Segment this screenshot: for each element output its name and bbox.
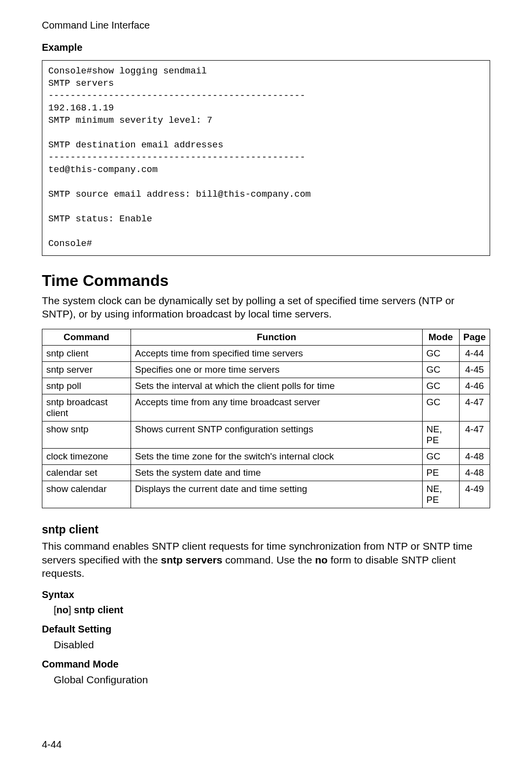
cell-page: 4-48 <box>459 448 490 464</box>
cell-command: sntp poll <box>42 378 131 394</box>
code-example-box: Console#show logging sendmail SMTP serve… <box>42 60 490 256</box>
cell-command: sntp client <box>42 345 131 361</box>
command-mode-value: Global Configuration <box>54 674 490 686</box>
cell-function: Displays the current date and time setti… <box>131 481 423 508</box>
cell-function: Shows current SNTP configuration setting… <box>131 421 423 448</box>
table-row: sntp broadcast clientAccepts time from a… <box>42 394 490 421</box>
table-row: sntp pollSets the interval at which the … <box>42 378 490 394</box>
cell-command: show calendar <box>42 481 131 508</box>
section-intro-para: The system clock can be dynamically set … <box>42 294 490 321</box>
default-setting-value: Disabled <box>54 639 490 651</box>
cell-mode: GC <box>422 394 459 421</box>
cell-mode: GC <box>422 361 459 378</box>
command-table: Command Function Mode Page sntp clientAc… <box>42 329 490 508</box>
table-row: clock timezoneSets the time zone for the… <box>42 448 490 464</box>
subsection-heading-sntp-client: sntp client <box>42 523 490 536</box>
cell-command: sntp broadcast client <box>42 394 131 421</box>
command-mode-label: Command Mode <box>42 659 490 670</box>
cell-function: Accepts time from any time broadcast ser… <box>131 394 423 421</box>
cell-command: calendar set <box>42 464 131 481</box>
cell-function: Accepts time from specified time servers <box>131 345 423 361</box>
cell-mode: GC <box>422 448 459 464</box>
cell-function: Sets the interval at which the client po… <box>131 378 423 394</box>
table-row: show sntpShows current SNTP configuratio… <box>42 421 490 448</box>
th-mode: Mode <box>422 329 459 345</box>
cell-page: 4-45 <box>459 361 490 378</box>
cell-page: 4-44 <box>459 345 490 361</box>
default-setting-label: Default Setting <box>42 624 490 635</box>
th-page: Page <box>459 329 490 345</box>
para-bold-sntp-servers: sntp servers <box>161 554 223 565</box>
syntax-line: [no] sntp client <box>54 604 490 616</box>
syntax-no-keyword: no <box>57 604 68 615</box>
cell-page: 4-49 <box>459 481 490 508</box>
th-command: Command <box>42 329 131 345</box>
cell-page: 4-47 <box>459 421 490 448</box>
cell-mode: GC <box>422 345 459 361</box>
cell-mode: NE, PE <box>422 481 459 508</box>
cell-function: Sets the time zone for the switch's inte… <box>131 448 423 464</box>
table-row: sntp serverSpecifies one or more time se… <box>42 361 490 378</box>
page-number: 4-44 <box>42 739 62 750</box>
running-header: Command Line Interface <box>42 20 490 31</box>
para-text-mid: command. Use the <box>223 554 315 565</box>
table-row: show calendarDisplays the current date a… <box>42 481 490 508</box>
cell-page: 4-46 <box>459 378 490 394</box>
cell-mode: GC <box>422 378 459 394</box>
section-heading-time-commands: Time Commands <box>42 272 490 290</box>
subsection-paragraph: This command enables SNTP client request… <box>42 539 490 580</box>
th-function: Function <box>131 329 423 345</box>
cell-function: Sets the system date and time <box>131 464 423 481</box>
table-header-row: Command Function Mode Page <box>42 329 490 345</box>
cell-page: 4-47 <box>459 394 490 421</box>
cell-command: sntp server <box>42 361 131 378</box>
syntax-label: Syntax <box>42 589 490 600</box>
cell-command: clock timezone <box>42 448 131 464</box>
cell-command: show sntp <box>42 421 131 448</box>
example-heading: Example <box>42 42 490 53</box>
cell-page: 4-48 <box>459 464 490 481</box>
syntax-command-text: sntp client <box>71 604 124 615</box>
cell-mode: NE, PE <box>422 421 459 448</box>
table-row: sntp clientAccepts time from specified t… <box>42 345 490 361</box>
para-bold-no: no <box>315 554 328 565</box>
cell-mode: PE <box>422 464 459 481</box>
cell-function: Specifies one or more time servers <box>131 361 423 378</box>
table-row: calendar setSets the system date and tim… <box>42 464 490 481</box>
